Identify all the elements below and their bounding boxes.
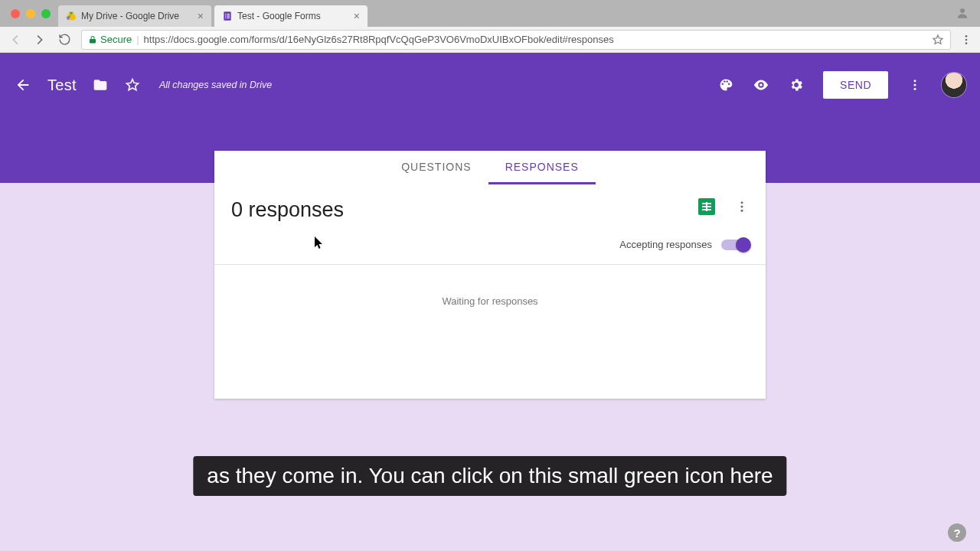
star-icon[interactable] (124, 77, 141, 93)
browser-tab-drive[interactable]: My Drive - Google Drive × (58, 5, 211, 27)
tab-responses[interactable]: RESPONSES (488, 151, 596, 184)
svg-point-17 (741, 201, 743, 204)
palette-icon[interactable] (717, 77, 734, 93)
bookmark-star-icon[interactable] (932, 34, 944, 46)
help-button[interactable]: ? (948, 523, 966, 542)
browser-tab-title: My Drive - Google Drive (81, 11, 193, 21)
toggle-knob (736, 237, 751, 253)
forms-favicon-icon (222, 11, 233, 21)
tab-close-icon[interactable]: × (354, 10, 360, 22)
svg-rect-4 (225, 14, 226, 15)
mac-window-controls (6, 0, 55, 27)
profile-outline-icon[interactable] (956, 6, 969, 20)
svg-rect-8 (225, 18, 226, 18)
responses-card: QUESTIONS RESPONSES 0 responses Acceptin… (214, 151, 766, 399)
svg-point-10 (960, 8, 965, 13)
svg-point-15 (914, 84, 916, 86)
save-status: All changes saved in Drive (159, 80, 272, 90)
svg-rect-9 (227, 18, 230, 18)
secure-label: Secure (100, 34, 132, 45)
accepting-responses-label: Accepting responses (619, 239, 712, 250)
forms-toolbar: Test All changes saved in Drive (0, 67, 980, 103)
mac-maximize-button[interactable] (41, 9, 51, 18)
drive-favicon-icon (66, 11, 77, 21)
accepting-responses-toggle[interactable] (721, 240, 749, 250)
svg-point-19 (741, 210, 743, 212)
omnibox-url: https://docs.google.com/forms/d/16eNyGlz… (144, 34, 614, 45)
svg-point-14 (914, 80, 916, 82)
nav-reload-icon[interactable] (57, 32, 72, 47)
svg-rect-7 (227, 15, 230, 16)
browser-tab-strip: My Drive - Google Drive × Test - Google … (0, 0, 980, 27)
preview-eye-icon[interactable] (753, 77, 769, 93)
tab-questions[interactable]: QUESTIONS (384, 151, 488, 184)
responses-more-icon[interactable] (735, 200, 749, 214)
mac-minimize-button[interactable] (26, 9, 35, 18)
svg-point-12 (965, 38, 968, 41)
settings-gear-icon[interactable] (788, 77, 805, 93)
responses-count: 0 responses (231, 198, 344, 222)
waiting-text: Waiting for responses (214, 265, 766, 399)
create-spreadsheet-icon[interactable] (698, 198, 715, 215)
omnibox[interactable]: Secure | https://docs.google.com/forms/d… (81, 30, 951, 50)
folder-icon[interactable] (92, 77, 109, 93)
more-menu-icon[interactable] (906, 77, 923, 93)
svg-point-16 (914, 88, 916, 90)
svg-rect-5 (227, 14, 230, 15)
browser-tab-title: Test - Google Forms (237, 11, 349, 21)
svg-point-18 (741, 206, 743, 208)
secure-lock-icon: Secure (88, 34, 132, 45)
browser-address-bar: Secure | https://docs.google.com/forms/d… (0, 27, 980, 53)
svg-rect-6 (225, 15, 226, 16)
browser-tab-forms[interactable]: Test - Google Forms × (214, 5, 368, 27)
nav-forward-icon[interactable] (32, 32, 47, 47)
form-title[interactable]: Test (47, 77, 77, 94)
video-caption: as they come in. You can click on this s… (193, 456, 786, 496)
mac-close-button[interactable] (11, 9, 20, 18)
send-button[interactable]: SEND (823, 71, 888, 99)
svg-point-13 (965, 42, 968, 44)
forms-back-icon[interactable] (14, 76, 32, 94)
account-avatar[interactable] (942, 73, 966, 97)
nav-back-icon[interactable] (8, 32, 23, 47)
svg-point-11 (965, 35, 968, 37)
tab-close-icon[interactable]: × (198, 10, 204, 22)
browser-menu-icon[interactable] (960, 34, 972, 46)
form-tabs: QUESTIONS RESPONSES (214, 151, 766, 184)
